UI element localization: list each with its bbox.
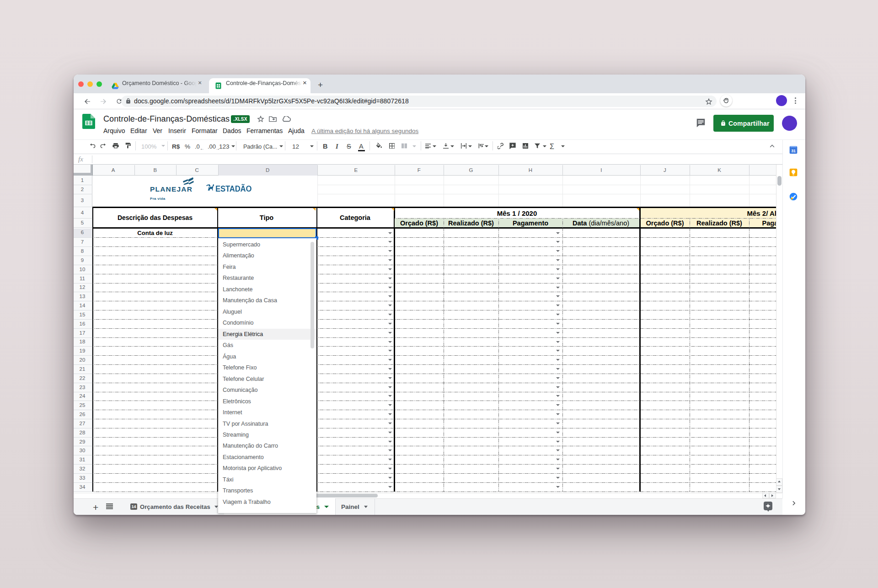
- svg-text:31: 31: [791, 149, 796, 153]
